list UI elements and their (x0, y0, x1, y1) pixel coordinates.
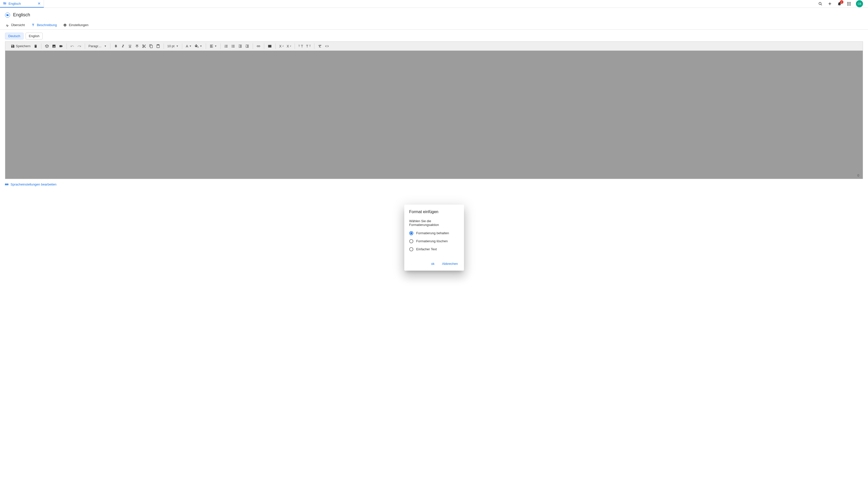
unordered-list-button[interactable] (231, 44, 235, 48)
notifications-icon[interactable]: 2 (837, 1, 842, 6)
edit-language-settings-label: Spracheinstellungen bearbeiten (10, 182, 57, 186)
indent-button[interactable] (245, 44, 249, 48)
tab-overview[interactable]: Übersicht (5, 21, 25, 29)
insert-video-button[interactable] (59, 44, 63, 48)
save-button[interactable]: Speichern (11, 44, 31, 48)
font-size-label: 10 pt (167, 44, 175, 48)
insert-image-button[interactable] (52, 44, 56, 48)
link-button[interactable] (256, 44, 260, 48)
bold-button[interactable] (114, 44, 118, 48)
dropdown-icon: ▼ (215, 45, 217, 48)
svg-rect-11 (849, 5, 849, 5)
page-header: Englisch (0, 8, 868, 18)
dropdown-icon: ▼ (189, 45, 192, 48)
page-title: Englisch (13, 12, 30, 18)
dropdown-icon: ▼ (104, 45, 107, 48)
tab-strip: Englisch ✕ (0, 0, 44, 7)
char-count: 0 (858, 174, 859, 177)
redo-button[interactable] (77, 44, 81, 48)
search-icon[interactable] (818, 1, 823, 6)
svg-text:文: 文 (7, 183, 8, 185)
tab-settings-label: Einstellungen (69, 23, 88, 27)
tab-overview-label: Übersicht (11, 23, 25, 27)
strikethrough-button[interactable] (135, 44, 139, 48)
underline-button[interactable] (128, 44, 132, 48)
dropdown-icon: ▼ (200, 45, 202, 48)
subscript-button[interactable]: X2 (286, 44, 291, 48)
add-icon[interactable] (827, 1, 832, 6)
paragraph-select[interactable]: Paragra… ▼ (89, 44, 107, 48)
translate-icon: A文 (5, 183, 8, 186)
font-color-letter: A (186, 44, 188, 48)
uppercase-button[interactable]: TT (298, 44, 303, 48)
svg-point-0 (819, 2, 821, 4)
editor: Speichern Paragra… ▼ (5, 41, 863, 179)
folder-icon (3, 1, 6, 6)
lowercase-button[interactable]: TT (306, 44, 311, 48)
top-bar: Englisch ✕ 2 CB (0, 0, 868, 8)
highlight-color-button[interactable]: ▼ (195, 44, 202, 48)
table-button[interactable] (268, 44, 272, 48)
svg-rect-12 (850, 5, 851, 5)
dropdown-icon: ▼ (176, 45, 178, 48)
header-actions: 2 CB (818, 0, 868, 7)
svg-rect-5 (849, 2, 849, 3)
close-icon[interactable]: ✕ (38, 1, 41, 5)
avatar[interactable]: CB (856, 0, 863, 7)
editor-canvas[interactable]: 0 (5, 51, 863, 179)
ordered-list-button[interactable] (224, 44, 228, 48)
undo-button[interactable] (70, 44, 74, 48)
apps-grid-icon[interactable] (846, 1, 851, 6)
save-label: Speichern (16, 44, 31, 48)
notification-badge: 2 (840, 0, 843, 4)
lang-tab-en[interactable]: English (26, 33, 43, 39)
svg-rect-4 (847, 2, 848, 3)
svg-rect-9 (850, 3, 851, 4)
edit-language-settings-link[interactable]: A文 Spracheinstellungen bearbeiten (0, 181, 868, 188)
paragraph-select-label: Paragra… (89, 44, 103, 48)
paste-button[interactable] (156, 44, 160, 48)
align-button[interactable]: ▼ (210, 44, 217, 48)
outdent-button[interactable] (238, 44, 242, 48)
superscript-button[interactable]: X2 (279, 44, 284, 48)
svg-rect-8 (849, 3, 849, 4)
open-tab-englisch[interactable]: Englisch ✕ (0, 0, 44, 7)
svg-rect-10 (847, 5, 848, 5)
font-color-button[interactable]: A ▼ (186, 44, 191, 48)
tab-description-label: Beschreibung (37, 23, 57, 27)
copy-button[interactable] (149, 44, 153, 48)
cut-button[interactable] (142, 44, 146, 48)
tab-description[interactable]: Beschreibung (31, 21, 58, 29)
font-size-select[interactable]: 10 pt ▼ (167, 44, 179, 48)
insert-asset-button[interactable] (45, 44, 49, 48)
title-row: Englisch (5, 12, 863, 18)
svg-rect-6 (850, 2, 851, 3)
view-tabs: Übersicht Beschreibung Einstellungen (0, 21, 868, 30)
italic-button[interactable] (121, 44, 125, 48)
code-view-button[interactable] (325, 44, 329, 48)
svg-line-1 (821, 4, 822, 5)
tab-settings[interactable]: Einstellungen (63, 21, 89, 29)
svg-text:A: A (5, 183, 6, 185)
lang-tab-de[interactable]: Deutsch (5, 33, 24, 39)
clear-format-button[interactable] (318, 44, 322, 48)
language-tabs: Deutsch English (0, 30, 868, 41)
svg-rect-13 (268, 45, 271, 47)
delete-button[interactable] (34, 44, 38, 48)
folder-circle-icon (5, 12, 10, 18)
tab-label: Englisch (8, 2, 36, 5)
svg-rect-7 (847, 3, 848, 4)
editor-toolbar: Speichern Paragra… ▼ (5, 42, 863, 51)
